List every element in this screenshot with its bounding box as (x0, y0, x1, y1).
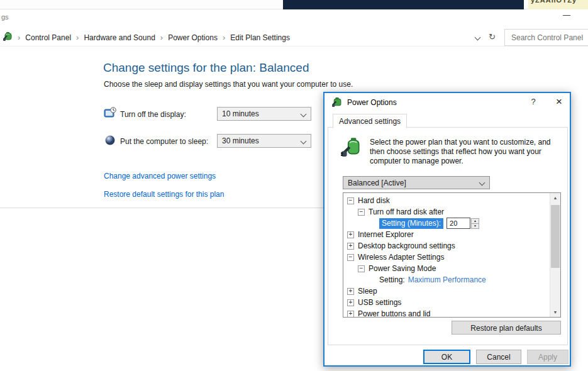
address-toolbar: › Control Panel › Hardware and Sound › P… (0, 29, 588, 47)
chevron-down-icon (301, 111, 307, 117)
setting-minutes-input[interactable] (447, 218, 470, 229)
breadcrumb: › Control Panel › Hardware and Sound › P… (3, 29, 290, 46)
tree-row: − Hard disk (343, 195, 560, 206)
tree-row: − Wireless Adapter Settings (343, 252, 560, 263)
display-timeout-value: 10 minutes (222, 109, 259, 118)
display-timeout-select[interactable]: 10 minutes (217, 107, 311, 121)
sleep-icon (104, 134, 117, 149)
breadcrumb-separator: › (223, 33, 225, 42)
chevron-down-icon (479, 180, 485, 186)
breadcrumb-separator: › (160, 33, 163, 42)
help-button[interactable]: ? (527, 97, 540, 108)
tab-advanced-settings[interactable]: Advanced settings (333, 114, 407, 128)
tree-item-turn-off-hard-disk[interactable]: Turn off hard disk after (369, 208, 444, 216)
breadcrumb-separator: › (18, 33, 20, 42)
cancel-button[interactable]: Cancel (476, 350, 521, 364)
tree-item-wireless-adapter[interactable]: Wireless Adapter Settings (358, 253, 444, 262)
power-options-icon[interactable] (3, 31, 13, 43)
chevron-down-icon (301, 138, 307, 144)
spinner-down-icon[interactable]: ▼ (471, 223, 479, 229)
collapse-toggle-icon[interactable]: − (358, 265, 365, 272)
advanced-settings-panel: Select the power plan that you want to c… (328, 127, 568, 345)
tree-item-desktop-background[interactable]: Desktop background settings (358, 241, 455, 250)
tree-row: + Desktop background settings (343, 240, 560, 252)
breadcrumb-item-power-options[interactable]: Power Options (168, 33, 218, 42)
scrollbar-thumb[interactable] (551, 205, 560, 268)
tree-row-wireless-setting: Setting: Maximum Performance (343, 274, 560, 285)
search-box[interactable] (504, 29, 588, 46)
close-icon[interactable]: × (551, 95, 567, 109)
tree-item-usb-settings[interactable]: USB settings (358, 298, 401, 307)
dialog-description: Select the power plan that you want to c… (370, 138, 560, 166)
sleep-timeout-select[interactable]: 30 minutes (217, 134, 311, 148)
tree-item-power-saving-mode[interactable]: Power Saving Mode (369, 264, 436, 273)
tree-row: − Turn off hard disk after (343, 206, 560, 218)
search-input[interactable] (510, 30, 585, 45)
wireless-setting-label: Setting: (379, 275, 405, 284)
clipped-yellow-text: yZAAnOYZy (531, 0, 588, 4)
address-history-chevron-icon[interactable] (475, 35, 481, 41)
tree-row: − Power Saving Mode (343, 263, 560, 274)
breadcrumb-separator: › (76, 33, 79, 42)
tree-item-internet-explorer[interactable]: Internet Explorer (358, 230, 414, 239)
expand-toggle-icon[interactable]: + (347, 243, 354, 250)
power-options-icon (331, 97, 342, 110)
advanced-settings-tree: − Hard disk − Turn off hard disk after S… (343, 192, 561, 318)
expand-toggle-icon[interactable]: + (347, 311, 354, 318)
tree-row: + USB settings (343, 297, 560, 308)
expand-toggle-icon[interactable]: + (347, 231, 354, 238)
minimize-button[interactable]: — (558, 10, 575, 20)
restore-default-settings-link[interactable]: Restore default settings for this plan (104, 190, 224, 199)
tree-row-setting-minutes: Setting (Minutes): ▲ ▼ (343, 218, 560, 229)
scroll-down-icon[interactable]: ▼ (550, 307, 560, 317)
breadcrumb-item-control-panel[interactable]: Control Panel (25, 33, 71, 42)
plan-selector-value: Balanced [Active] (348, 179, 406, 187)
plan-selector[interactable]: Balanced [Active] (343, 176, 490, 189)
page-subtitle: Choose the sleep and display settings th… (104, 80, 353, 89)
expand-toggle-icon[interactable]: + (347, 288, 354, 295)
tree-item-sleep[interactable]: Sleep (358, 287, 377, 296)
breadcrumb-item-edit-plan-settings[interactable]: Edit Plan Settings (230, 33, 290, 42)
apply-button: Apply (527, 350, 569, 364)
tree-item-power-buttons-and-lid[interactable]: Power buttons and lid (358, 309, 430, 318)
setting-minutes-label[interactable]: Setting (Minutes): (379, 218, 443, 229)
window-title-fragment: gs (1, 13, 9, 21)
tree-scrollbar[interactable]: ▲ ▼ (550, 193, 560, 317)
expand-toggle-icon[interactable]: + (347, 299, 354, 306)
tree-row: + Sleep (343, 285, 560, 297)
power-options-dialog: Power Options ? × Advanced settings Sele… (323, 92, 571, 367)
restore-plan-defaults-button[interactable]: Restore plan defaults (452, 321, 561, 335)
tree-item-hard-disk[interactable]: Hard disk (358, 196, 390, 205)
collapse-toggle-icon[interactable]: − (347, 197, 354, 204)
tree-row: + Power buttons and lid (343, 308, 560, 318)
collapse-toggle-icon[interactable]: − (347, 254, 354, 261)
sleep-timeout-value: 30 minutes (222, 136, 259, 145)
clipped-yellow-label: yZAAnOYZy (528, 0, 588, 9)
page-title: Change settings for the plan: Balanced (103, 61, 309, 75)
screen: yZAAnOYZy gs — › Control Panel › Hardwar… (0, 0, 588, 371)
minutes-spinner: ▲ ▼ (471, 218, 479, 229)
change-advanced-power-settings-link[interactable]: Change advanced power settings (104, 172, 216, 180)
ok-button[interactable]: OK (423, 350, 470, 364)
dialog-title: Power Options (347, 98, 397, 107)
wireless-setting-value-link[interactable]: Maximum Performance (408, 275, 486, 284)
collapse-toggle-icon[interactable]: − (358, 209, 365, 216)
display-icon (104, 107, 116, 122)
display-row-label: Turn off the display: (120, 110, 186, 119)
remote-navy-bar (283, 0, 524, 9)
breadcrumb-item-hardware-and-sound[interactable]: Hardware and Sound (84, 33, 155, 42)
battery-plug-icon (341, 136, 362, 160)
tree-row: + Internet Explorer (343, 229, 560, 240)
page-divider (0, 208, 325, 208)
scroll-up-icon[interactable]: ▲ (550, 193, 560, 202)
sleep-row-label: Put the computer to sleep: (120, 137, 208, 146)
dialog-titlebar[interactable]: Power Options ? × (325, 93, 570, 112)
refresh-icon[interactable]: ↻ (489, 32, 496, 42)
